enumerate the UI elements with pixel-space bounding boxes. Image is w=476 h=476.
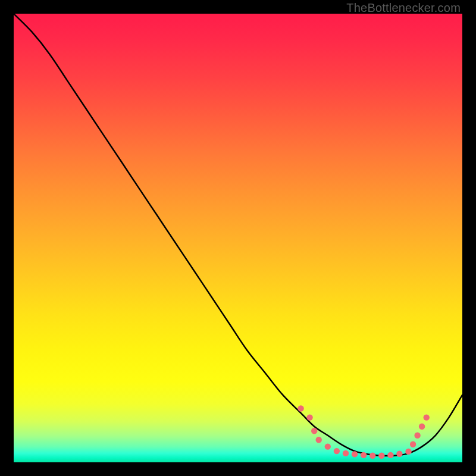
chart-stage: TheBottlenecker.com [0, 0, 476, 476]
data-dot [410, 441, 416, 447]
data-dot [334, 448, 340, 454]
bottleneck-curve [14, 14, 462, 456]
data-dot [306, 414, 312, 420]
plot-area [14, 14, 462, 462]
data-dot [352, 451, 358, 457]
data-dot [396, 451, 402, 457]
data-dot [405, 449, 411, 455]
curve-path [14, 14, 462, 456]
data-dot [325, 443, 331, 449]
data-dot [298, 405, 303, 411]
data-dot [361, 452, 367, 458]
data-dot [343, 450, 349, 456]
data-dot [378, 453, 384, 459]
data-dot [316, 437, 322, 443]
data-dots [298, 405, 430, 459]
data-dot [369, 453, 375, 459]
data-dot [424, 414, 430, 420]
attribution-text: TheBottlenecker.com [346, 1, 461, 15]
data-dot [414, 433, 420, 439]
curve-layer [14, 14, 462, 462]
data-dot [419, 424, 425, 430]
data-dot [311, 428, 317, 434]
data-dot [387, 452, 393, 458]
